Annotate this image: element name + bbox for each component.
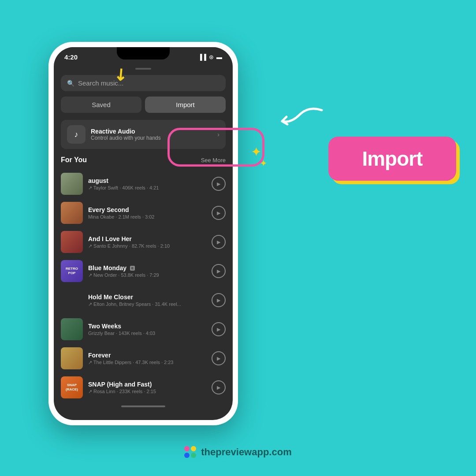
search-bar[interactable]: 🔍 Search music...	[61, 75, 226, 91]
status-icons: ▐▐ ⊛ ▬	[198, 54, 222, 60]
music-thumb-every-second	[61, 202, 83, 224]
logo-quadrant-4	[191, 453, 196, 458]
phone-notch	[117, 47, 170, 60]
logo-quadrant-2	[191, 446, 196, 451]
reactive-audio-banner[interactable]: ♪ Reactive Audio Control audio with your…	[61, 120, 226, 149]
music-meta-august: ↗ Taylor Swift · 406K reels · 4:21	[88, 185, 206, 191]
music-thumb-forever	[61, 347, 83, 369]
reactive-audio-subtitle: Control audio with your hands	[91, 135, 161, 141]
for-you-title: For You	[61, 156, 87, 164]
music-info-august: august ↗ Taylor Swift · 406K reels · 4:2…	[88, 177, 206, 191]
play-button-every-second[interactable]: ▶	[212, 206, 226, 220]
for-you-header: For You See More	[54, 156, 233, 169]
arrow-decoration	[273, 101, 326, 134]
music-meta-snap: ↗ Rosa Linn · 233K reels · 2:15	[88, 389, 206, 394]
reactive-audio-info: Reactive Audio Control audio with your h…	[91, 128, 161, 141]
music-item-snap[interactable]: SNAP(RACE) SNAP (High and Fast) ↗ Rosa L…	[61, 373, 226, 402]
status-time: 4:20	[64, 53, 78, 61]
music-meta-forever: ↗ The Little Dippers · 47.3K reels · 2:2…	[88, 360, 206, 365]
phone-mockup: 4:20 ▐▐ ⊛ ▬ 🔍 Search music... Saved Impo…	[48, 42, 238, 425]
drag-handle	[135, 68, 151, 70]
tab-saved[interactable]: Saved	[61, 97, 141, 113]
music-item-two-weeks[interactable]: Two Weeks Grizzly Bear · 143K reels · 4:…	[61, 315, 226, 344]
music-meta-two-weeks: Grizzly Bear · 143K reels · 4:03	[88, 331, 206, 336]
music-info-two-weeks: Two Weeks Grizzly Bear · 143K reels · 4:…	[88, 323, 206, 336]
music-thumb-two-weeks	[61, 318, 83, 340]
music-title-snap: SNAP (High and Fast)	[88, 381, 206, 388]
music-title-hold-me-closer: Hold Me Closer	[88, 294, 206, 301]
logo-quadrant-1	[184, 446, 190, 451]
music-thumb-and-i-love-her	[61, 231, 83, 253]
music-title-and-i-love-her: And I Love Her	[88, 235, 206, 242]
search-icon: 🔍	[67, 80, 74, 87]
play-button-forever[interactable]: ▶	[212, 351, 226, 365]
music-thumb-hold-me-closer	[61, 289, 83, 311]
home-indicator	[121, 405, 165, 407]
play-button-snap[interactable]: ▶	[212, 380, 226, 394]
music-item-hold-me-closer[interactable]: Hold Me Closer ↗ Elton John, Britney Spe…	[61, 286, 226, 315]
footer-url: thepreviewapp.com	[201, 446, 291, 458]
music-item-and-i-love-her[interactable]: And I Love Her ↗ Santo E Johnny · 82.7K …	[61, 227, 226, 257]
wifi-icon: ⊛	[209, 54, 214, 60]
burst-decoration-2: ✦	[260, 159, 267, 168]
battery-icon: ▬	[216, 54, 222, 60]
tab-bar: Saved Import	[61, 97, 226, 113]
see-more-link[interactable]: See More	[201, 157, 226, 164]
footer: thepreviewapp.com	[0, 446, 476, 458]
music-title-blue-monday: Blue Monday E	[88, 264, 206, 271]
burst-decoration: ✦	[251, 145, 261, 159]
music-title-forever: Forever	[88, 352, 206, 359]
music-meta-every-second: Mina Okabe · 2.1M reels · 3:02	[88, 214, 206, 219]
import-card-label: Import	[362, 147, 422, 171]
music-item-august[interactable]: august ↗ Taylor Swift · 406K reels · 4:2…	[61, 169, 226, 198]
play-button-blue-monday[interactable]: ▶	[212, 264, 226, 278]
music-info-blue-monday: Blue Monday E ↗ New Order · 53.8K reels …	[88, 264, 206, 278]
reactive-audio-chevron: ›	[217, 131, 219, 138]
music-info-snap: SNAP (High and Fast) ↗ Rosa Linn · 233K …	[88, 381, 206, 394]
play-button-august[interactable]: ▶	[212, 177, 226, 191]
logo-quadrant-3	[184, 453, 190, 458]
music-title-every-second: Every Second	[88, 206, 206, 213]
music-list: august ↗ Taylor Swift · 406K reels · 4:2…	[54, 169, 233, 402]
music-title-august: august	[88, 177, 206, 184]
play-button-two-weeks[interactable]: ▶	[212, 322, 226, 336]
play-button-hold-me-closer[interactable]: ▶	[212, 293, 226, 307]
music-meta-hold-me-closer: ↗ Elton John, Britney Spears · 31.4K ree…	[88, 301, 206, 307]
signal-icon: ▐▐	[198, 54, 206, 60]
tab-import[interactable]: Import	[145, 97, 226, 113]
music-thumb-august	[61, 173, 83, 195]
import-card: Import	[328, 137, 456, 181]
music-title-two-weeks: Two Weeks	[88, 323, 206, 330]
music-item-every-second[interactable]: Every Second Mina Okabe · 2.1M reels · 3…	[61, 198, 226, 227]
import-card-main: Import	[328, 137, 456, 181]
music-thumb-snap: SNAP(RACE)	[61, 376, 83, 398]
music-meta-and-i-love-her: ↗ Santo E Johnny · 82.7K reels · 2:10	[88, 243, 206, 249]
footer-logo	[184, 446, 197, 458]
music-info-and-i-love-her: And I Love Her ↗ Santo E Johnny · 82.7K …	[88, 235, 206, 249]
reactive-audio-icon: ♪	[67, 125, 86, 144]
music-item-forever[interactable]: Forever ↗ The Little Dippers · 47.3K ree…	[61, 344, 226, 373]
explicit-badge: E	[130, 266, 135, 271]
reactive-audio-title: Reactive Audio	[91, 128, 161, 135]
music-item-blue-monday[interactable]: RETROPOP Blue Monday E ↗ New Order · 53.…	[61, 257, 226, 286]
music-info-every-second: Every Second Mina Okabe · 2.1M reels · 3…	[88, 206, 206, 219]
music-meta-blue-monday: ↗ New Order · 53.8K reels · 7:29	[88, 272, 206, 278]
play-button-and-i-love-her[interactable]: ▶	[212, 235, 226, 249]
music-info-hold-me-closer: Hold Me Closer ↗ Elton John, Britney Spe…	[88, 294, 206, 307]
phone-screen: 4:20 ▐▐ ⊛ ▬ 🔍 Search music... Saved Impo…	[54, 47, 233, 420]
music-thumb-blue-monday: RETROPOP	[61, 260, 83, 282]
music-info-forever: Forever ↗ The Little Dippers · 47.3K ree…	[88, 352, 206, 365]
